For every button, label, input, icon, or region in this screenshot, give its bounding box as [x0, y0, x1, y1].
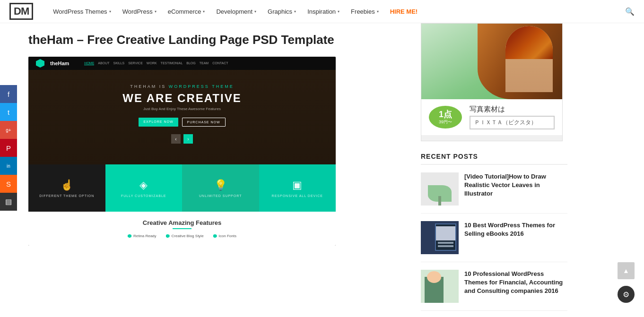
nav-item-inspiration[interactable]: Inspiration ▾	[302, 0, 345, 23]
chevron-down-icon: ▾	[203, 9, 205, 14]
nav-item-hire[interactable]: HIRE ME!	[384, 0, 424, 23]
mock-nav-links: HOME ABOUT SKILLS SERVICE WORK TESTIMONI…	[84, 61, 228, 65]
post-item-3: 10 Professional WordPress Themes for Fin…	[421, 270, 567, 311]
post-thumb-2	[421, 221, 459, 254]
ad-banner[interactable]: 1点 39円〜 写真素材は ＰＩＸＴＡ（ピクスタ）	[421, 23, 563, 141]
post-info-3: 10 Professional WordPress Themes for Fin…	[464, 270, 567, 296]
mock-fi-item-3: Icon Fonts	[213, 234, 236, 238]
explore-now-button[interactable]: EXPLORE NOW	[139, 118, 178, 127]
mock-fi-item-1: Retina Ready	[128, 234, 156, 238]
nav-item-ecommerce[interactable]: eCommerce ▾	[162, 0, 211, 23]
mock-feature-2: ◈ FULLY CUSTOMIZABLE	[105, 164, 183, 212]
ad-banner-image	[421, 24, 562, 99]
google-plus-button[interactable]: g+	[0, 121, 17, 139]
nav-item-wordpress[interactable]: WordPress ▾	[117, 0, 162, 23]
mock-site-name: theHam	[50, 60, 69, 66]
mock-logo-hex	[36, 59, 44, 68]
post-info-1: [Video Tutorial]How to Draw Realistic Ve…	[464, 172, 567, 198]
settings-icon[interactable]: ⚙	[618, 286, 635, 303]
page-title: theHam – Free Creative Landing Page PSD …	[28, 33, 402, 47]
mock-feature-icons-row: Retina Ready Creative Blog Style Icon Fo…	[36, 234, 328, 238]
social-sidebar: f t g+ P in S ▤	[0, 85, 17, 211]
mock-creative-title: Creative Amazing Features	[36, 219, 328, 226]
recent-posts-title: RECENT POSTS	[421, 153, 567, 165]
twitter-button[interactable]: t	[0, 103, 17, 121]
mock-feature-3: 💡 UNLIMITED SUPPORT	[182, 164, 259, 212]
purchase-now-button[interactable]: PURCHASE NOW	[182, 118, 226, 127]
nav-item-graphics[interactable]: Graphics ▾	[262, 0, 302, 23]
chevron-down-icon: ▾	[254, 9, 256, 14]
chevron-down-icon: ▾	[109, 9, 111, 14]
chevron-down-icon: ▾	[294, 9, 296, 14]
ad-text-area: 写真素材は ＰＩＸＴＡ（ピクスタ）	[470, 105, 555, 129]
site-header: DM WordPress Themes ▾ WordPress ▾ eComme…	[0, 0, 644, 23]
stumbleupon-button[interactable]: S	[0, 175, 17, 193]
mock-navbar: theHam HOME ABOUT SKILLS SERVICE WORK TE…	[28, 57, 336, 70]
site-logo[interactable]: DM	[9, 3, 33, 20]
mock-features-bar: ☝ DIFFERENT THEME OPTION ◈ FULLY CUSTOMI…	[28, 164, 336, 212]
post-title-3[interactable]: 10 Professional WordPress Themes for Fin…	[464, 270, 567, 296]
post-item-2: 10 Best WordPress Themes for Selling eBo…	[421, 221, 567, 262]
next-arrow[interactable]: ›	[183, 134, 193, 144]
chevron-down-icon: ▾	[377, 9, 379, 14]
post-thumb-3	[421, 270, 459, 303]
recent-posts: RECENT POSTS [Video Tutorial]How to Draw…	[421, 153, 567, 311]
ad-price: 1点 39円〜	[429, 106, 462, 129]
post-title-2[interactable]: 10 Best WordPress Themes for Selling eBo…	[464, 221, 567, 238]
nav-item-wordpress-themes[interactable]: WordPress Themes ▾	[47, 0, 116, 23]
ad-body-lower: 1点 39円〜 写真素材は ＰＩＸＴＡ（ピクスタ）	[421, 99, 562, 135]
pinterest-button[interactable]: P	[0, 139, 17, 157]
mock-buttons: EXPLORE NOW PURCHASE NOW	[38, 118, 326, 127]
mock-feature-4: ▣ RESPONSIVE ALL DEVICE	[259, 164, 336, 212]
chevron-down-icon: ▾	[155, 9, 157, 14]
mock-fi-item-2: Creative Blog Style	[166, 234, 204, 238]
mock-hero-title: WE ARE CREATIVE	[38, 92, 326, 105]
post-title-1[interactable]: [Video Tutorial]How to Draw Realistic Ve…	[464, 172, 567, 198]
mock-feature-1: ☝ DIFFERENT THEME OPTION	[28, 164, 105, 212]
mock-hero-desc: Just Buy And Enjoy These Awesome Feature…	[38, 107, 326, 111]
layers-button[interactable]: ▤	[0, 193, 17, 211]
scroll-to-top-button[interactable]: ▲	[618, 262, 635, 279]
chevron-down-icon: ▾	[338, 9, 339, 14]
main-nav: WordPress Themes ▾ WordPress ▾ eCommerce…	[47, 0, 625, 23]
linkedin-button[interactable]: in	[0, 157, 17, 175]
nav-item-development[interactable]: Development ▾	[210, 0, 262, 23]
hero-preview-image: theHam HOME ABOUT SKILLS SERVICE WORK TE…	[28, 57, 336, 246]
mock-creative-section: Creative Amazing Features Retina Ready C…	[28, 212, 336, 246]
mock-slider-arrows: ‹ ›	[38, 134, 326, 144]
search-icon[interactable]: 🔍	[625, 7, 635, 16]
post-info-2: 10 Best WordPress Themes for Selling eBo…	[464, 221, 567, 238]
nav-item-freebies[interactable]: Freebies ▾	[345, 0, 384, 23]
mock-site: theHam HOME ABOUT SKILLS SERVICE WORK TE…	[28, 57, 336, 246]
post-item-1: [Video Tutorial]How to Draw Realistic Ve…	[421, 172, 567, 214]
mock-hero: THEHAM IS WORDPRESS THEME WE ARE CREATIV…	[28, 70, 336, 164]
main-content: theHam – Free Creative Landing Page PSD …	[0, 23, 411, 317]
sidebar: 1点 39円〜 写真素材は ＰＩＸＴＡ（ピクスタ） RECENT POSTS	[411, 23, 577, 317]
prev-arrow[interactable]: ‹	[171, 134, 181, 144]
post-thumb-1	[421, 172, 459, 206]
mock-creative-line	[173, 228, 191, 229]
facebook-button[interactable]: f	[0, 85, 17, 103]
